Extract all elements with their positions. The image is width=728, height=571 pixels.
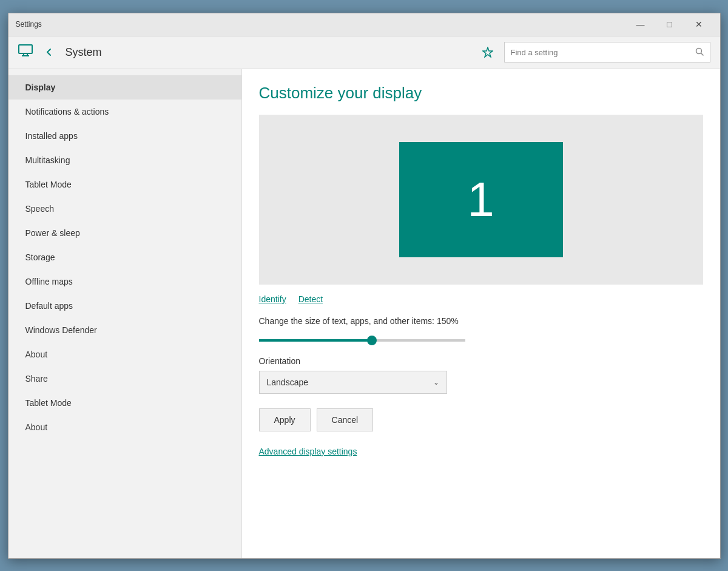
scale-label: Change the size of text, apps, and other… (259, 316, 703, 326)
sidebar-item-about-2[interactable]: About (8, 415, 241, 439)
sidebar-item-installed-apps[interactable]: Installed apps (8, 124, 241, 148)
pin-button[interactable] (479, 43, 497, 61)
window-title: Settings (16, 20, 627, 29)
orientation-selected: Landscape (267, 377, 309, 387)
orientation-label: Orientation (259, 356, 703, 366)
back-button[interactable] (40, 43, 58, 61)
buttons-row: Apply Cancel (259, 408, 703, 431)
search-box (504, 42, 710, 63)
svg-line-5 (701, 53, 703, 55)
monitor-preview: 1 (399, 142, 563, 257)
links-row: Identify Detect (259, 294, 703, 304)
monitor-number: 1 (467, 172, 494, 228)
scale-slider[interactable] (259, 339, 465, 342)
display-preview: 1 (259, 115, 703, 285)
cancel-button[interactable]: Cancel (317, 408, 374, 431)
detect-link[interactable]: Detect (298, 294, 323, 304)
sidebar-item-tablet-mode-2[interactable]: Tablet Mode (8, 391, 241, 415)
main-area: Display Notifications & actions Installe… (8, 69, 720, 558)
advanced-display-settings-link[interactable]: Advanced display settings (259, 447, 357, 456)
sidebar-item-display[interactable]: Display (8, 75, 241, 100)
sidebar-item-power-sleep[interactable]: Power & sleep (8, 221, 241, 245)
monitor-icon (18, 44, 33, 60)
header-title: System (66, 46, 471, 59)
sidebar-item-share[interactable]: Share (8, 367, 241, 391)
slider-container (259, 333, 703, 344)
chevron-down-icon: ⌄ (433, 378, 439, 387)
sidebar-item-default-apps[interactable]: Default apps (8, 294, 241, 318)
apply-button[interactable]: Apply (259, 408, 311, 431)
content-area: Customize your display 1 Identify Detect… (242, 69, 720, 558)
page-title: Customize your display (259, 84, 703, 103)
sidebar-item-windows-defender[interactable]: Windows Defender (8, 318, 241, 342)
headerbar: System (8, 36, 720, 69)
sidebar-item-tablet-mode[interactable]: Tablet Mode (8, 172, 241, 197)
orientation-dropdown[interactable]: Landscape ⌄ (259, 371, 447, 394)
sidebar-item-storage[interactable]: Storage (8, 245, 241, 269)
sidebar-item-multitasking[interactable]: Multitasking (8, 148, 241, 172)
sidebar-item-about-1[interactable]: About (8, 342, 241, 367)
minimize-button[interactable]: — (627, 15, 655, 33)
sidebar-item-offline-maps[interactable]: Offline maps (8, 269, 241, 294)
settings-window: Settings — □ ✕ System (8, 13, 721, 559)
titlebar: Settings — □ ✕ (8, 13, 720, 36)
maximize-button[interactable]: □ (656, 15, 684, 33)
titlebar-controls: — □ ✕ (627, 15, 713, 33)
sidebar-item-speech[interactable]: Speech (8, 197, 241, 221)
identify-link[interactable]: Identify (259, 294, 286, 304)
search-icon (695, 47, 704, 58)
sidebar-item-notifications[interactable]: Notifications & actions (8, 100, 241, 124)
svg-rect-0 (19, 45, 32, 53)
search-input[interactable] (511, 48, 695, 57)
sidebar: Display Notifications & actions Installe… (8, 69, 242, 558)
close-button[interactable]: ✕ (685, 15, 713, 33)
